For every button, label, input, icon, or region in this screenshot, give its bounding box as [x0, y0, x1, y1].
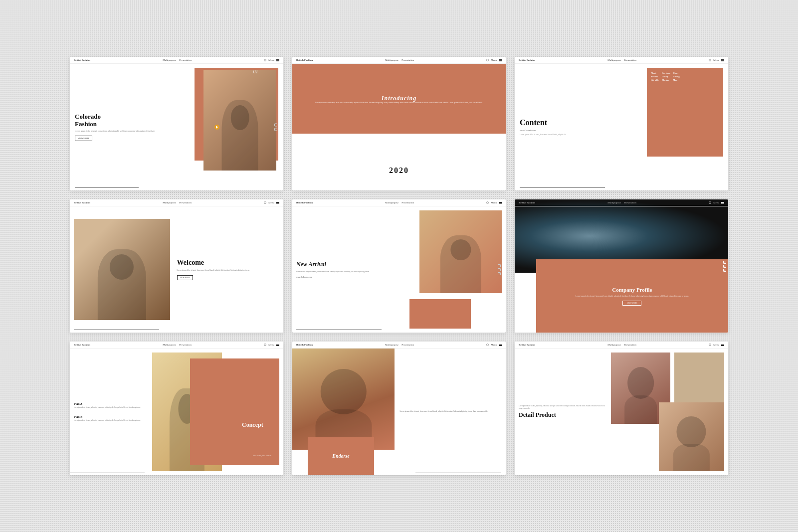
brand-name: British Fashion [74, 201, 90, 204]
model-photo [74, 219, 170, 320]
slide-2-nav: British Fashion Multipurpose Presentatio… [292, 57, 506, 64]
search-icon[interactable] [264, 59, 266, 61]
nav-down-icon[interactable]: v [274, 128, 277, 131]
search-icon[interactable] [709, 59, 711, 61]
menu-label: Menu [491, 59, 497, 61]
slide-1-bottom-line [75, 187, 139, 187]
view-more-button[interactable]: VIEW MORE [177, 275, 193, 280]
slide-8-nav: British Fashion Multipurpose Presentatio… [292, 342, 506, 349]
menu-label: Menu [268, 344, 274, 346]
slide-7-right: Concept dolor sit amet, dolor lorem ete. [152, 353, 279, 471]
search-icon[interactable] [486, 201, 489, 204]
model-face-2 [659, 402, 724, 471]
social-icon-2[interactable]: t [498, 268, 501, 271]
model-face [292, 349, 395, 450]
search-icon[interactable] [709, 344, 711, 346]
concept-label: Concept [242, 421, 263, 429]
nav-up-icon[interactable]: ^ [274, 124, 277, 127]
content-title: Content [520, 118, 621, 127]
search-icon[interactable] [486, 344, 489, 346]
slide-5-bottom-accent [409, 299, 471, 329]
slide-8-photo: Endorse [292, 349, 395, 475]
menu-item-mockup: Mockup [662, 79, 670, 81]
nav-multipurpose: Multipurpose [385, 201, 399, 204]
slide-company-profile: British Fashion Multipurpose Presentatio… [515, 199, 728, 333]
nav-presentation: Presentation [624, 201, 636, 204]
slide-7-body: Plan A Lorem ipsum dolor sit amet, adipi… [70, 349, 283, 475]
arrival-body: Consectetuer adipisit et amet, lacus ame… [296, 271, 396, 274]
social-icon-3[interactable]: in [498, 272, 501, 275]
chevron-down-icon: ⌄ [398, 130, 401, 134]
plan-b-section: Plan B Lorem ipsum dolor sit amet, adipi… [74, 415, 152, 422]
nav-presentation: Presentation [624, 344, 636, 346]
plan-a-title: Plan A [74, 402, 152, 405]
slide-3-accent: About Services List table Our team Galle… [647, 68, 723, 157]
introducing-title: Introducing [382, 95, 416, 102]
menu-icon[interactable] [721, 59, 724, 61]
menu-label: Menu [268, 201, 274, 204]
menu-icon[interactable] [276, 202, 279, 204]
menu-label: Menu [491, 344, 497, 346]
social-icon-1[interactable]: f [723, 261, 726, 264]
search-icon[interactable] [709, 201, 711, 204]
menu-icon[interactable] [499, 59, 502, 61]
social-icon-1[interactable]: f [498, 264, 501, 267]
menu-col-3: Chart Closing Map [673, 72, 680, 153]
menu-icon[interactable] [499, 202, 502, 204]
menu-icon[interactable] [276, 59, 279, 61]
social-icon-2[interactable]: t [723, 265, 726, 268]
profile-body: Lorem ipsum dolor sit amet, lacus amet l… [576, 295, 689, 298]
menu-icon[interactable] [721, 202, 724, 204]
slide-9-body: Lorem ipsum dolor sit amet, adipiscing c… [515, 349, 728, 475]
brand-name: British Fashion [519, 201, 535, 204]
endorse-label: Endorse [332, 453, 349, 459]
view-more-button[interactable]: VIEW MORE [622, 301, 641, 306]
slide-5-photo-accent [419, 210, 502, 293]
slide-9-photos [605, 353, 724, 471]
slide-5-photo: f t in [399, 210, 502, 329]
brand-name: British Fashion [296, 344, 313, 346]
slide-6-accent: Company Profile Lorem ipsum dolor sit am… [536, 259, 728, 333]
slide-colorado-fashion: British Fashion Multipurpose Presentatio… [70, 57, 283, 190]
menu-label: Menu [268, 59, 274, 61]
slide-1-body: ColoradoFashion Lorem ipsum dolor sit am… [70, 64, 283, 190]
menu-icon[interactable] [721, 344, 724, 346]
search-icon[interactable] [264, 344, 266, 346]
slide-2-text: Lorem ipsum dolor sit amet, lacus amet l… [314, 102, 484, 104]
welcome-title: Welcome [177, 259, 278, 267]
play-button[interactable] [214, 125, 219, 130]
menu-item-gallery: Gallery [662, 75, 670, 78]
menu-icon[interactable] [276, 344, 279, 346]
plan-a-text: Lorem ipsum dolor sit amet, adipiscing c… [74, 406, 152, 409]
nav-presentation: Presentation [179, 344, 192, 346]
slide-5-body: New Arrival Consectetuer adipisit et ame… [292, 206, 506, 333]
nav-presentation: Presentation [401, 201, 414, 204]
slide-7-nav: British Fashion Multipurpose Presentatio… [70, 342, 283, 349]
arrival-url: www.Colorado.com [296, 276, 396, 278]
menu-item-closing: Closing [673, 75, 680, 78]
search-icon[interactable] [264, 201, 266, 204]
menu-item-chart: Chart [673, 72, 680, 74]
content-body: Lorem ipsum dolor sit amet, lacus amet l… [520, 134, 621, 136]
social-icon-3[interactable]: in [723, 269, 726, 272]
slide-3-bottom-line [520, 187, 605, 187]
slide-7-accent: Concept [190, 358, 279, 465]
slide-7-left: Plan A Lorem ipsum dolor sit amet, adipi… [74, 353, 152, 471]
nav-presentation: Presentation [179, 59, 192, 61]
slide-6-nav: British Fashion Multipurpose Presentatio… [515, 199, 728, 206]
endorse-body: Lorem ipsum dolor sit amet, lacus amet l… [399, 410, 501, 413]
view-more-button[interactable]: VIEW MORE [75, 136, 92, 141]
menu-item-list: List table [651, 79, 659, 81]
photo-inner [74, 219, 170, 320]
plan-b-text: Lorem ipsum dolor sit amet, adipiscing c… [74, 419, 152, 422]
menu-icon[interactable] [499, 344, 502, 346]
brand-name: British Fashion [296, 201, 313, 204]
slide-4-photo [74, 219, 170, 320]
menu-label: Menu [713, 201, 719, 204]
nav-multipurpose: Multipurpose [385, 344, 399, 346]
menu-label: Menu [713, 59, 719, 61]
model-photo [419, 210, 502, 293]
search-icon[interactable] [486, 59, 489, 61]
slide-number: 01 [253, 69, 258, 74]
slide-new-arrival: British Fashion Multipurpose Presentatio… [292, 199, 506, 333]
